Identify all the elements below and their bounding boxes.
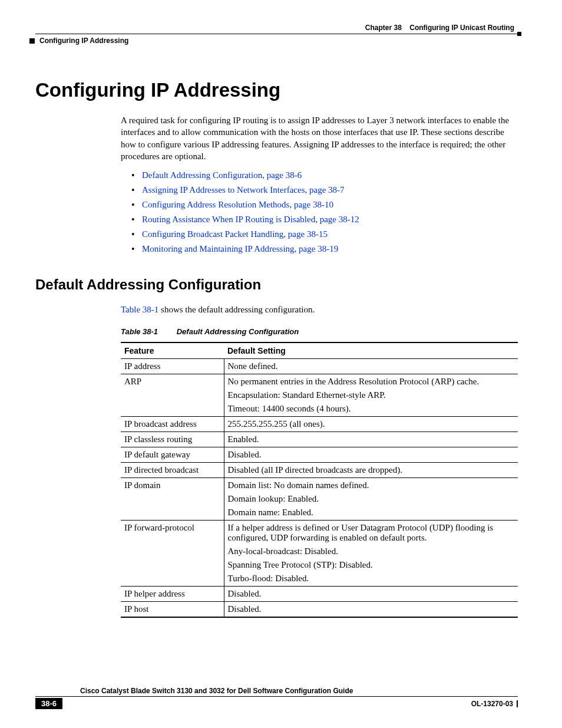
feature-cell: IP directed broadcast — [121, 463, 224, 478]
page-title: Configuring IP Addressing — [35, 79, 518, 101]
setting-cell: None defined. — [224, 359, 518, 374]
setting-cell: Disabled. — [224, 602, 518, 618]
bullet-list: Default Addressing Configuration, page 3… — [131, 170, 518, 254]
list-item: Monitoring and Maintaining IP Addressing… — [131, 244, 518, 254]
table-xref-link[interactable]: Table 38-1 — [121, 305, 158, 314]
table-row: IP classless routingEnabled. — [121, 432, 518, 447]
chapter-label: Chapter 38 — [365, 24, 402, 32]
table-caption-label: Table 38-1 — [121, 327, 158, 336]
list-item: Default Addressing Configuration, page 3… — [131, 170, 518, 180]
footer-bar-icon — [517, 700, 518, 707]
subsection-intro: Table 38-1 shows the default addressing … — [121, 304, 518, 315]
xref-link[interactable]: Assigning IP Addresses to Network Interf… — [142, 185, 345, 195]
setting-line: Domain list: No domain names defined. — [228, 480, 515, 490]
setting-cell: Disabled. — [224, 447, 518, 463]
square-icon — [29, 38, 35, 44]
setting-line: Encapsulation: Standard Ethernet-style A… — [228, 390, 515, 400]
list-item: Routing Assistance When IP Routing is Di… — [131, 215, 518, 225]
feature-cell: IP helper address — [121, 587, 224, 602]
setting-line: Any-local-broadcast: Disabled. — [228, 546, 515, 556]
feature-cell: IP address — [121, 359, 224, 374]
table-header-row: Feature Default Setting — [121, 342, 518, 359]
table-row: IP broadcast address255.255.255.255 (all… — [121, 417, 518, 432]
feature-cell: IP forward-protocol — [121, 521, 224, 587]
setting-cell: 255.255.255.255 (all ones). — [224, 417, 518, 432]
page-number: 38-6 — [35, 698, 62, 709]
page-footer: Cisco Catalyst Blade Switch 3130 and 303… — [35, 687, 518, 709]
table-row: IP forward-protocolIf a helper address i… — [121, 521, 518, 587]
feature-cell: IP default gateway — [121, 447, 224, 463]
feature-cell: ARP — [121, 374, 224, 417]
table-caption: Table 38-1 Default Addressing Configurat… — [121, 327, 518, 336]
table-row: IP helper addressDisabled. — [121, 587, 518, 602]
list-item: Configuring Address Resolution Methods, … — [131, 200, 518, 210]
header-rule — [35, 34, 518, 34]
xref-link[interactable]: Routing Assistance When IP Routing is Di… — [142, 215, 359, 224]
table-caption-title: Default Addressing Configuration — [177, 327, 299, 336]
guide-title: Cisco Catalyst Blade Switch 3130 and 303… — [35, 687, 518, 697]
setting-cell: Domain list: No domain names defined.Dom… — [224, 478, 518, 521]
feature-cell: IP domain — [121, 478, 224, 521]
config-table: Feature Default Setting IP addressNone d… — [121, 342, 518, 618]
table-row: IP directed broadcastDisabled (all IP di… — [121, 463, 518, 478]
setting-line: Domain name: Enabled. — [228, 508, 515, 518]
setting-line: No permanent entries in the Address Reso… — [228, 377, 515, 387]
section-heading: Default Addressing Configuration — [35, 276, 518, 293]
table-row: IP domainDomain list: No domain names de… — [121, 478, 518, 521]
setting-cell: If a helper address is defined or User D… — [224, 521, 518, 587]
setting-cell: No permanent entries in the Address Reso… — [224, 374, 518, 417]
table-row: IP hostDisabled. — [121, 602, 518, 618]
setting-cell: Enabled. — [224, 432, 518, 447]
col-header-setting: Default Setting — [224, 342, 518, 359]
feature-cell: IP classless routing — [121, 432, 224, 447]
table-row: ARPNo permanent entries in the Address R… — [121, 374, 518, 417]
xref-link[interactable]: Configuring Address Resolution Methods, … — [142, 200, 333, 209]
setting-cell: Disabled. — [224, 587, 518, 602]
feature-cell: IP broadcast address — [121, 417, 224, 432]
list-item: Configuring Broadcast Packet Handling, p… — [131, 229, 518, 239]
table-row: IP default gatewayDisabled. — [121, 447, 518, 463]
document-id: OL-13270-03 — [471, 700, 513, 708]
setting-line: Timeout: 14400 seconds (4 hours). — [228, 404, 515, 414]
feature-cell: IP host — [121, 602, 224, 618]
col-header-feature: Feature — [121, 342, 224, 359]
list-item: Assigning IP Addresses to Network Interf… — [131, 185, 518, 195]
setting-line: Domain lookup: Enabled. — [228, 494, 515, 504]
subsection-intro-rest: shows the default addressing configurati… — [158, 305, 315, 314]
setting-line: Spanning Tree Protocol (STP): Disabled. — [228, 560, 515, 570]
setting-cell: Disabled (all IP directed broadcasts are… — [224, 463, 518, 478]
setting-line: Turbo-flood: Disabled. — [228, 574, 515, 584]
xref-link[interactable]: Monitoring and Maintaining IP Addressing… — [142, 244, 338, 253]
intro-paragraph: A required task for configuring IP routi… — [121, 114, 518, 162]
chapter-header: Chapter 38 Configuring IP Unicast Routin… — [35, 24, 518, 32]
setting-line: If a helper address is defined or User D… — [228, 523, 515, 543]
xref-link[interactable]: Configuring Broadcast Packet Handling, p… — [142, 229, 328, 239]
running-head-row: Configuring IP Addressing — [29, 37, 518, 45]
running-head: Configuring IP Addressing — [39, 37, 128, 45]
xref-link[interactable]: Default Addressing Configuration, page 3… — [142, 170, 302, 180]
chapter-title: Configuring IP Unicast Routing — [409, 24, 514, 32]
table-row: IP addressNone defined. — [121, 359, 518, 374]
